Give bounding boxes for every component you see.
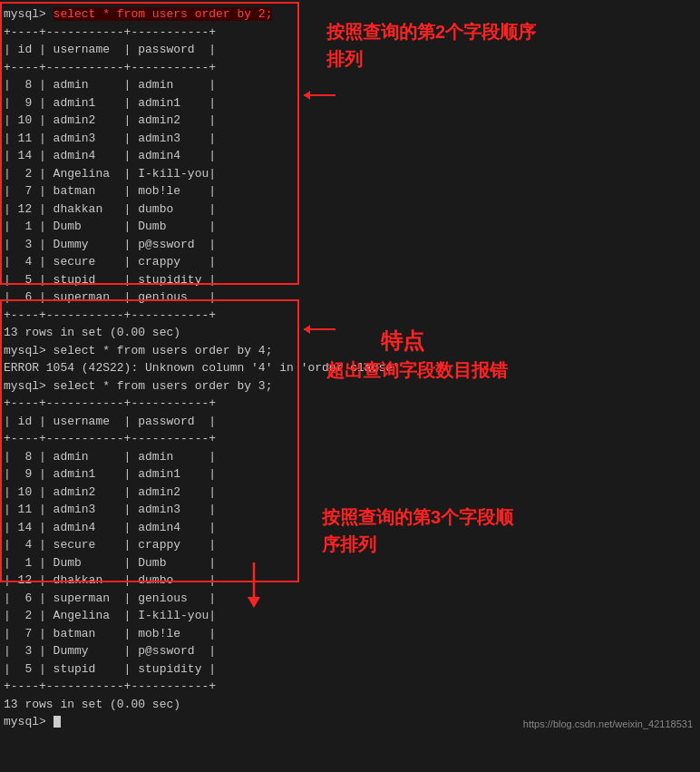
- terminal: mysql> select * from users order by 2; +…: [0, 0, 700, 737]
- annotation-2: 特点: [381, 327, 424, 356]
- watermark: https://blog.csdn.net/weixin_42118531: [523, 718, 693, 729]
- annotation-3: 超出查询字段数目报错: [326, 358, 508, 383]
- arrow-1: [299, 82, 345, 109]
- svg-marker-5: [248, 597, 260, 608]
- annotation-4: 按照查询的第3个字段顺 序排列: [322, 503, 513, 558]
- arrow-3: [299, 316, 345, 343]
- svg-marker-1: [304, 91, 310, 100]
- svg-marker-3: [304, 325, 310, 334]
- arrow-down: [240, 562, 267, 608]
- annotation-1: 按照查询的第2个字段顺序 排列: [326, 18, 536, 73]
